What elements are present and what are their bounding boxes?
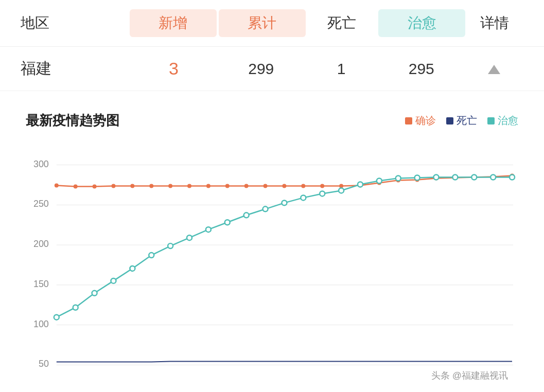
svg-text:100: 100 [33, 319, 49, 329]
confirmed-dot-13 [301, 184, 305, 188]
legend-recovered-label: 治愈 [498, 114, 518, 128]
svg-text:200: 200 [33, 239, 49, 249]
recovered-dot-10 [244, 212, 249, 218]
chart-legend: 确诊 死亡 治愈 [405, 114, 518, 128]
recovered-dot-2 [92, 291, 97, 296]
legend-confirmed: 确诊 [405, 114, 436, 128]
confirmed-dot-12 [282, 184, 286, 188]
recovered-dot-14 [320, 191, 325, 196]
confirmed-dot-0 [55, 183, 59, 187]
recovered-dot-20 [434, 175, 439, 180]
chart-svg: 300 250 200 150 100 50 [26, 140, 518, 387]
legend-deaths: 死亡 [446, 114, 477, 128]
recovered-dot-11 [263, 206, 268, 211]
confirmed-dot-7 [187, 184, 191, 188]
recovered-dot-16 [358, 182, 363, 187]
svg-text:300: 300 [33, 159, 49, 169]
chart-header: 最新疫情趋势图 确诊 死亡 治愈 [26, 112, 518, 130]
chevron-up-icon [488, 65, 500, 74]
recovered-dot-8 [206, 227, 211, 232]
recovered-dot-24 [510, 175, 515, 180]
cell-recovered: 295 [378, 60, 465, 78]
table-header: 地区 新增 累计 死亡 治愈 详情 [0, 0, 544, 47]
recovered-dot-23 [490, 175, 496, 180]
deaths-dot [446, 117, 453, 124]
cell-cumulative: 299 [217, 60, 305, 78]
header-details: 详情 [465, 13, 523, 33]
confirmed-dot-6 [168, 184, 172, 188]
chart-container: 最新疫情趋势图 确诊 死亡 治愈 300 250 200 150 100 50 [15, 101, 529, 392]
recovered-dot-18 [396, 176, 401, 181]
chart-svg-area: 300 250 200 150 100 50 [26, 140, 518, 387]
recovered-line [57, 177, 512, 317]
table-row: 福建 3 299 1 295 [0, 47, 544, 91]
confirmed-dot-3 [111, 184, 115, 188]
cell-new-cases: 3 [130, 59, 217, 79]
recovered-dot-15 [339, 188, 344, 193]
legend-confirmed-label: 确诊 [415, 114, 436, 128]
recovered-dot-9 [225, 220, 230, 225]
recovered-dot [487, 117, 495, 124]
watermark-text: 头条 @福建融视讯 [431, 369, 508, 382]
recovered-dot-12 [282, 200, 287, 205]
recovered-dot-3 [111, 278, 116, 283]
confirmed-dot [405, 117, 412, 124]
confirmed-dot-14 [320, 184, 324, 188]
header-recovered: 治愈 [378, 9, 465, 37]
cell-region: 福建 [21, 58, 130, 79]
confirmed-dot-4 [130, 184, 134, 188]
confirmed-dot-9 [225, 184, 230, 188]
confirmed-dot-8 [206, 184, 210, 188]
recovered-dot-4 [130, 266, 135, 271]
svg-text:250: 250 [33, 199, 49, 209]
recovered-dot-22 [471, 175, 477, 180]
cell-deaths: 1 [305, 60, 378, 78]
cell-details[interactable] [465, 60, 523, 78]
recovered-dot-5 [149, 253, 154, 258]
header-cumulative: 累计 [219, 9, 306, 37]
svg-text:50: 50 [39, 359, 49, 369]
recovered-dot-6 [168, 243, 173, 248]
header-region: 地区 [21, 13, 130, 33]
header-new-cases: 新增 [130, 9, 217, 37]
legend-recovered: 治愈 [487, 114, 518, 128]
recovered-dot-19 [415, 175, 420, 181]
recovered-dot-0 [54, 315, 59, 320]
confirmed-dot-11 [264, 184, 268, 188]
deaths-line [57, 361, 512, 362]
confirmed-dot-5 [149, 184, 153, 188]
chart-title: 最新疫情趋势图 [26, 112, 119, 130]
legend-deaths-label: 死亡 [457, 114, 477, 128]
recovered-dot-7 [187, 235, 192, 240]
recovered-dot-17 [377, 179, 382, 184]
confirmed-dot-1 [74, 184, 78, 188]
confirmed-dot-10 [244, 184, 249, 188]
confirmed-dot-2 [93, 184, 97, 188]
svg-text:150: 150 [33, 279, 49, 289]
header-deaths: 死亡 [306, 13, 378, 33]
recovered-dot-13 [301, 195, 306, 200]
recovered-dot-21 [452, 175, 458, 180]
recovered-dot-1 [73, 305, 78, 310]
